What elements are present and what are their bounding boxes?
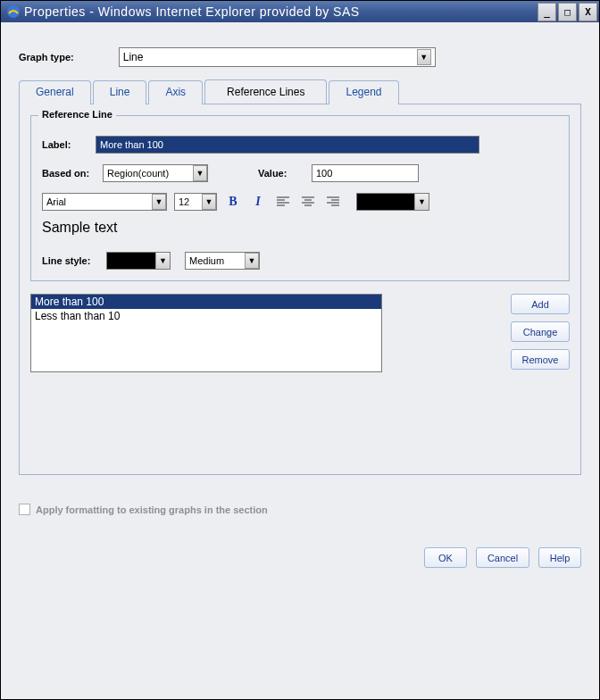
- close-button[interactable]: X: [579, 3, 597, 21]
- reference-line-group-title: Reference Line: [38, 109, 116, 120]
- chevron-down-icon: ▼: [193, 165, 207, 181]
- ie-icon: [6, 4, 21, 19]
- window-controls: _ □ X: [538, 3, 597, 21]
- line-style-row: Line style: ▼ Medium ▼: [42, 252, 558, 270]
- remove-button[interactable]: Remove: [511, 349, 570, 370]
- tab-general[interactable]: General: [19, 80, 91, 104]
- tab-legend[interactable]: Legend: [329, 80, 398, 104]
- dialog-buttons: OK Cancel Help: [19, 547, 581, 568]
- add-button[interactable]: Add: [511, 294, 570, 314]
- change-button[interactable]: Change: [511, 321, 570, 342]
- maximize-button[interactable]: □: [558, 3, 577, 21]
- apply-formatting-label: Apply formatting to existing graphs in t…: [36, 504, 268, 515]
- sample-text: Sample text: [42, 220, 558, 236]
- font-family-select[interactable]: Arial ▼: [42, 193, 167, 211]
- list-item[interactable]: Less than than 10: [31, 309, 381, 323]
- properties-window: Properties - Windows Internet Explorer p…: [0, 0, 600, 700]
- based-on-label: Based on:: [42, 168, 96, 179]
- tab-reference-lines[interactable]: Reference Lines: [204, 79, 327, 104]
- line-color-picker[interactable]: ▼: [106, 252, 171, 270]
- chevron-down-icon: ▼: [414, 194, 429, 210]
- value-label: Value:: [258, 168, 304, 179]
- line-style-label: Line style:: [42, 255, 99, 266]
- line-width-select[interactable]: Medium ▼: [185, 252, 260, 270]
- based-on-value: Region(count): [107, 168, 169, 179]
- help-button[interactable]: Help: [538, 547, 581, 568]
- font-size-select[interactable]: 12 ▼: [174, 193, 217, 211]
- label-input[interactable]: [96, 136, 479, 154]
- chevron-down-icon: ▼: [155, 253, 170, 269]
- line-width-value: Medium: [189, 255, 224, 266]
- list-action-buttons: Add Change Remove: [511, 294, 570, 370]
- reference-lines-listbox[interactable]: More than 100 Less than than 10: [30, 294, 382, 372]
- apply-formatting-checkbox[interactable]: [19, 504, 30, 515]
- minimize-button[interactable]: _: [538, 3, 556, 21]
- font-family-value: Arial: [46, 196, 66, 207]
- ok-button[interactable]: OK: [424, 547, 467, 568]
- graph-type-value: Line: [123, 51, 144, 63]
- list-and-buttons: More than 100 Less than than 10 Add Chan…: [30, 294, 570, 372]
- reference-line-group: Reference Line Label: Based on: Region(c…: [30, 115, 570, 281]
- titlebar: Properties - Windows Internet Explorer p…: [1, 1, 599, 22]
- align-right-button[interactable]: [324, 193, 342, 211]
- label-row: Label:: [42, 136, 558, 154]
- apply-formatting-row: Apply formatting to existing graphs in t…: [19, 504, 581, 515]
- chevron-down-icon: ▼: [417, 49, 431, 65]
- font-toolbar: Arial ▼ 12 ▼ B I: [42, 193, 558, 211]
- graph-type-select[interactable]: Line ▼: [119, 47, 436, 67]
- cancel-button[interactable]: Cancel: [476, 547, 529, 568]
- font-size-value: 12: [179, 196, 189, 207]
- value-input[interactable]: [312, 164, 419, 182]
- basedon-value-row: Based on: Region(count) ▼ Value:: [42, 164, 558, 182]
- label-field-label: Label:: [42, 139, 88, 150]
- chevron-down-icon: ▼: [202, 194, 216, 210]
- align-left-button[interactable]: [274, 193, 292, 211]
- tab-axis[interactable]: Axis: [148, 80, 203, 104]
- list-item[interactable]: More than 100: [31, 295, 381, 309]
- window-title: Properties - Windows Internet Explorer p…: [24, 4, 538, 19]
- chevron-down-icon: ▼: [245, 253, 259, 269]
- tab-panel-reference-lines: Reference Line Label: Based on: Region(c…: [19, 104, 581, 475]
- based-on-select[interactable]: Region(count) ▼: [103, 164, 208, 182]
- bold-button[interactable]: B: [224, 193, 242, 211]
- tab-line[interactable]: Line: [93, 80, 147, 104]
- align-center-button[interactable]: [299, 193, 317, 211]
- graph-type-row: Graph type: Line ▼: [19, 47, 581, 67]
- graph-type-label: Graph type:: [19, 52, 74, 62]
- font-color-picker[interactable]: ▼: [356, 193, 429, 211]
- tab-list: General Line Axis Reference Lines Legend: [19, 79, 581, 104]
- italic-button[interactable]: I: [249, 193, 267, 211]
- chevron-down-icon: ▼: [152, 194, 166, 210]
- dialog-content: Graph type: Line ▼ General Line Axis Ref…: [1, 22, 599, 699]
